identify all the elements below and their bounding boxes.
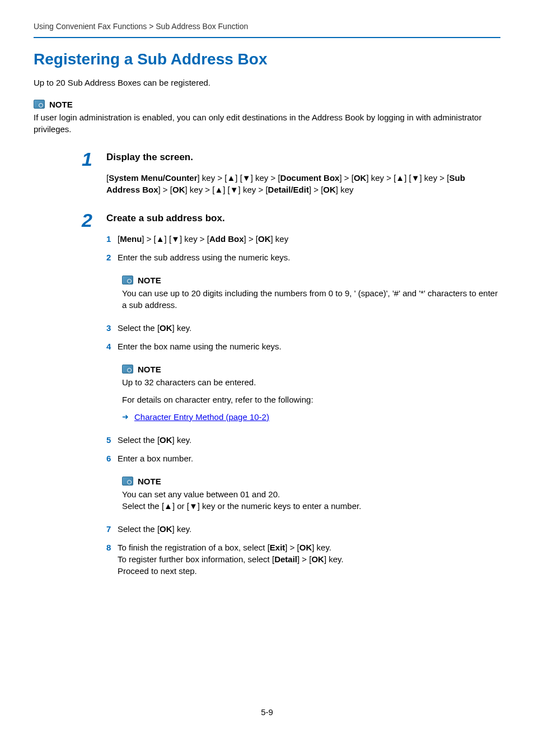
divider <box>34 37 500 38</box>
substep-2: 2 Enter the sub address using the numeri… <box>106 251 500 263</box>
top-note: NOTE If user login administration is ena… <box>34 99 500 135</box>
note-icon <box>122 477 133 486</box>
step-1: 1 Display the screen. [System Menu/Count… <box>106 151 500 196</box>
substep-5: 5 Select the [OK] key. <box>106 434 500 446</box>
note-icon <box>34 100 45 109</box>
substep-num: 2 <box>106 251 111 263</box>
note-label: NOTE <box>138 475 161 487</box>
substep-6: 6 Enter a box number. <box>106 452 500 464</box>
step-2: 2 Create a sub address box. 1 [Menu] > [… <box>106 212 500 577</box>
step-num-1: 1 <box>82 146 92 173</box>
substep-num: 7 <box>106 523 111 535</box>
step-2-heading: Create a sub address box. <box>106 212 500 225</box>
note-label: NOTE <box>138 274 161 286</box>
page-number: 5-9 <box>0 706 534 718</box>
note-icon <box>122 365 133 374</box>
substep-3: 3 Select the [OK] key. <box>106 322 500 334</box>
arrow-icon: ➜ <box>122 412 129 423</box>
page-title: Registering a Sub Address Box <box>34 48 500 70</box>
note-substep-6: NOTE You can set any value between 01 an… <box>122 475 500 512</box>
breadcrumb: Using Convenient Fax Functions > Sub Add… <box>34 21 500 32</box>
intro-text: Up to 20 Sub Address Boxes can be regist… <box>34 77 500 88</box>
note-icon <box>122 276 133 284</box>
substep-1: 1 [Menu] > [▲] [▼] key > [Add Box] > [OK… <box>106 233 500 245</box>
substep-num: 1 <box>106 233 111 245</box>
note-body: You can set any value between 01 and 20.… <box>122 488 500 512</box>
note-label: NOTE <box>49 99 73 110</box>
step-1-body: [System Menu/Counter] key > [▲] [▼] key … <box>106 172 500 197</box>
substep-num: 8 <box>106 542 111 553</box>
substep-7: 7 Select the [OK] key. <box>106 523 500 535</box>
step-num-2: 2 <box>82 207 92 234</box>
character-entry-link[interactable]: Character Entry Method (page 10-2) <box>134 411 269 423</box>
substep-num: 6 <box>106 452 111 464</box>
note-label: NOTE <box>138 363 161 375</box>
note-body: Up to 32 characters can be entered. For … <box>122 376 500 423</box>
substep-num: 5 <box>106 434 111 446</box>
substep-num: 4 <box>106 340 111 352</box>
note-body: If user login administration is enabled,… <box>34 111 500 135</box>
note-substep-4: NOTE Up to 32 characters can be entered.… <box>122 363 500 423</box>
note-substep-2: NOTE You can use up to 20 digits includi… <box>122 274 500 311</box>
note-body: You can use up to 20 digits including th… <box>122 287 500 311</box>
substep-4: 4 Enter the box name using the numeric k… <box>106 340 500 352</box>
substep-8: 8 To finish the registration of a box, s… <box>106 542 500 577</box>
step-1-heading: Display the screen. <box>106 151 500 164</box>
substep-num: 3 <box>106 322 111 334</box>
